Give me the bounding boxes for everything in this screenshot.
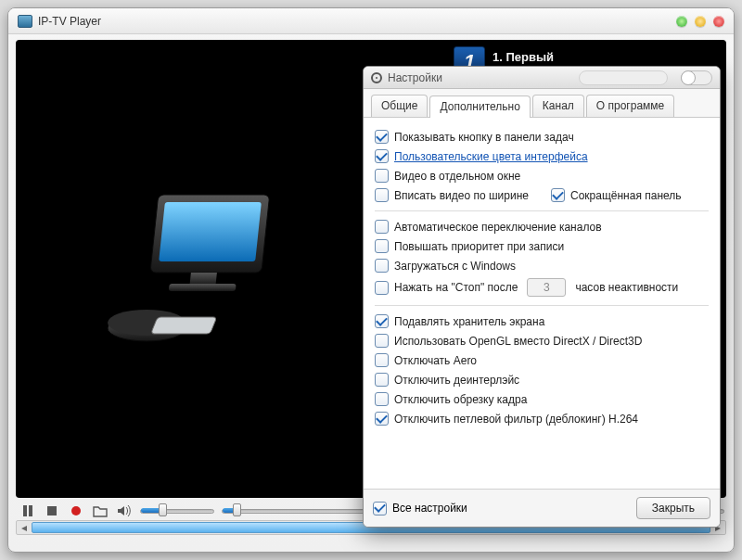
tabs: Общие Дополнительно Канал О программе [364, 89, 720, 118]
dialog-title: Настройки [388, 71, 442, 84]
checkbox-show-taskbar[interactable] [375, 130, 389, 144]
label-show-all: Все настройки [392, 502, 467, 515]
checkbox-separate-window[interactable] [375, 169, 389, 183]
scroll-left-icon[interactable]: ◂ [18, 522, 31, 533]
main-window: IP-TV Player 1 1. Первый IPTV-канал 233.… [7, 7, 735, 553]
tab-about[interactable]: О программе [586, 95, 674, 117]
label-fit-width: Вписать видео по ширине [394, 189, 529, 202]
input-stop-after-hours[interactable]: 3 [527, 278, 566, 297]
checkbox-suppress-screensaver[interactable] [375, 314, 389, 328]
record-button[interactable] [68, 503, 84, 518]
tab-general[interactable]: Общие [371, 95, 428, 117]
volume-slider[interactable] [140, 504, 214, 517]
label-auto-switch: Автоматическое переключение каналов [394, 221, 602, 234]
svg-rect-6 [151, 317, 217, 334]
label-autostart: Загружаться с Windows [394, 260, 516, 273]
gear-icon [371, 72, 382, 83]
channel-name: 1. Первый [493, 50, 650, 64]
checkbox-show-all[interactable] [373, 502, 387, 515]
svg-rect-8 [29, 505, 32, 516]
pause-button[interactable] [19, 503, 36, 518]
volume-icon[interactable] [116, 503, 133, 518]
label-disable-crop: Отключить обрезку кадра [394, 393, 527, 406]
checkbox-disable-deinterlace[interactable] [375, 373, 389, 387]
stop-button[interactable] [44, 503, 60, 518]
checkbox-disable-crop[interactable] [375, 392, 389, 406]
maximize-button[interactable] [695, 16, 706, 27]
label-disable-aero: Отключать Aero [394, 354, 477, 367]
tab-channel[interactable]: Канал [532, 95, 584, 117]
window-title: IP-TV Player [38, 15, 101, 28]
close-button[interactable]: Закрыть [636, 497, 710, 519]
checkbox-auto-switch[interactable] [375, 220, 389, 234]
svg-rect-9 [47, 506, 57, 515]
checkbox-opengl[interactable] [375, 334, 389, 348]
titlebar[interactable]: IP-TV Player [8, 8, 734, 34]
checkbox-disable-aero[interactable] [375, 353, 389, 367]
label-separate-window: Видео в отдельном окне [394, 170, 520, 183]
label-suppress-screensaver: Подавлять хранитель экрана [394, 315, 544, 328]
dialog-titlebar[interactable]: Настройки [364, 67, 720, 89]
label-show-taskbar: Показывать кнопку в панели задач [394, 131, 574, 144]
checkbox-fit-width[interactable] [375, 188, 389, 202]
link-custom-colors[interactable]: Пользовательские цвета интерфейса [394, 150, 588, 163]
open-button[interactable] [92, 503, 109, 518]
dialog-toggle[interactable] [681, 70, 712, 85]
label-stop-after-suffix: часов неактивности [575, 281, 678, 294]
close-window-button[interactable] [713, 16, 724, 27]
checkbox-autostart[interactable] [375, 259, 389, 273]
label-disable-loopfilter: Отключить петлевой фильтр (деблокинг) H.… [394, 413, 638, 426]
checkbox-compact-panel[interactable] [551, 188, 565, 202]
label-stop-after-prefix: Нажать на "Стоп" после [394, 281, 518, 294]
checkbox-raise-priority[interactable] [375, 239, 389, 253]
checkbox-disable-loopfilter[interactable] [375, 412, 389, 426]
checkbox-stop-after[interactable] [375, 281, 389, 295]
svg-point-10 [71, 506, 81, 515]
placeholder-illustration [104, 184, 289, 369]
dialog-footer: Все настройки Закрыть [364, 489, 720, 527]
label-raise-priority: Повышать приоритет при записи [394, 240, 564, 253]
svg-rect-3 [169, 284, 237, 291]
dialog-body: Показывать кнопку в панели задач Пользов… [364, 118, 720, 489]
svg-rect-2 [189, 273, 216, 286]
minimize-button[interactable] [676, 16, 687, 27]
label-opengl: Использовать OpenGL вместо DirectX / Dir… [394, 335, 642, 348]
tab-advanced[interactable]: Дополнительно [429, 95, 530, 118]
label-compact-panel: Сокращённая панель [570, 189, 682, 202]
label-disable-deinterlace: Отключить деинтерлэйс [394, 374, 519, 387]
settings-dialog: Настройки Общие Дополнительно Канал О пр… [363, 66, 721, 528]
svg-rect-7 [23, 505, 27, 516]
app-icon [18, 15, 32, 28]
svg-rect-1 [159, 202, 262, 261]
blurred-background-tab [579, 70, 668, 85]
checkbox-custom-colors[interactable] [375, 149, 389, 163]
